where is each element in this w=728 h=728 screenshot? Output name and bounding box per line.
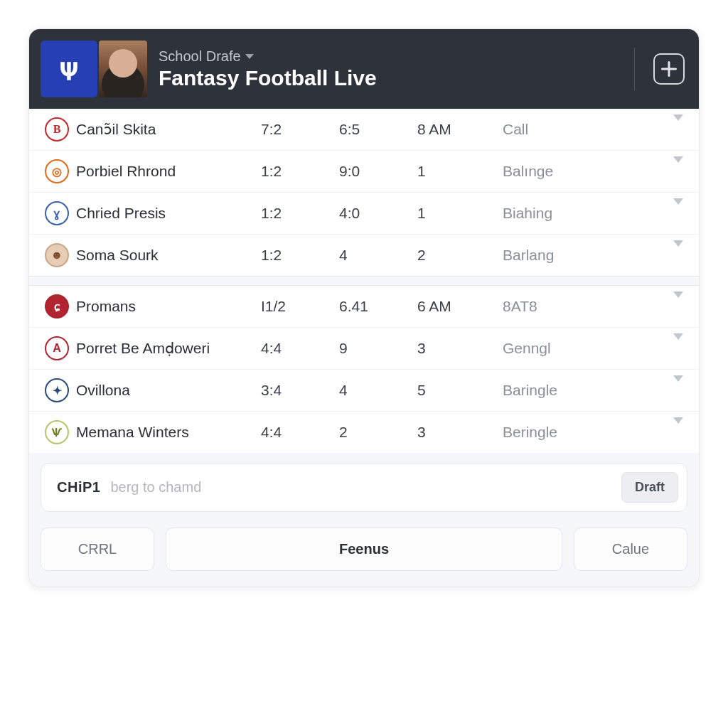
expand-row[interactable] [673, 424, 683, 441]
header-titles: School Drafe Fantasy Football Live [159, 48, 623, 90]
row-name: Chried Presis [76, 205, 261, 222]
row-col-2: 1:2 [261, 247, 339, 264]
team-badge: B [45, 117, 69, 141]
row-col-3: 6:5 [339, 121, 417, 138]
team-badge: ɣ [45, 201, 69, 225]
row-name: Porbiel Rhrond [76, 163, 261, 180]
row-status: Baringle [503, 382, 655, 399]
row-status: Balınge [503, 163, 655, 180]
row-col-4: 3 [417, 424, 503, 441]
row-status: Biahing [503, 205, 655, 222]
row-col-2: 4:4 [261, 340, 339, 357]
row-col-4: 8 AM [417, 121, 503, 138]
row-name: Promans [76, 298, 261, 315]
row-name: Ovillona [76, 382, 261, 399]
row-col-3: 9:0 [339, 163, 417, 180]
draft-button[interactable]: Draft [621, 472, 678, 503]
expand-row[interactable] [673, 298, 683, 315]
row-col-2: 4:4 [261, 424, 339, 441]
chevron-down-icon [673, 114, 683, 137]
header-title: Fantasy Football Live [159, 66, 623, 90]
footer-button-right[interactable]: Calue [574, 528, 687, 571]
chevron-down-icon [245, 54, 254, 59]
expand-row[interactable] [673, 382, 683, 399]
add-button[interactable] [653, 53, 685, 85]
chevron-down-icon [673, 375, 683, 398]
row-name: Memana Winters [76, 424, 261, 441]
command-input-row[interactable]: CHiP1 berg to chamd Draft [41, 463, 687, 512]
row-status: Genngl [503, 340, 655, 357]
chevron-down-icon [673, 156, 683, 179]
team-badge: ☻ [45, 243, 69, 267]
expand-row[interactable] [673, 205, 683, 222]
row-col-3: 6.41 [339, 298, 417, 315]
table-row[interactable]: ☻ Soma Sourk 1:2 4 2 Barlang [29, 235, 699, 276]
chevron-down-icon [673, 198, 683, 221]
header-subtitle: School Drafe [159, 48, 241, 65]
row-col-2: 7:2 [261, 121, 339, 138]
row-col-3: 9 [339, 340, 417, 357]
table-row[interactable]: ɕ Promans I1/2 6.41 6 AM 8AT8 [29, 286, 699, 328]
row-col-2: 1:2 [261, 163, 339, 180]
row-col-4: 5 [417, 382, 503, 399]
footer-button-center[interactable]: Feenus [166, 528, 562, 571]
table-row[interactable]: ɣ Chried Presis 1:2 4:0 1 Biahing [29, 193, 699, 235]
footer-buttons: CRRL Feenus Calue [41, 528, 687, 571]
main-card: ᴪ School Drafe Fantasy Football Live B C… [28, 28, 700, 587]
header-bar: ᴪ School Drafe Fantasy Football Live [29, 29, 699, 109]
table-row[interactable]: B Canɔ̃il Skita 7:2 6:5 8 AM Call [29, 109, 699, 151]
header-subtitle-row[interactable]: School Drafe [159, 48, 623, 65]
row-col-2: 1:2 [261, 205, 339, 222]
chevron-down-icon [673, 333, 683, 356]
chevron-down-icon [673, 240, 683, 263]
team-badge: Ѱ [45, 420, 69, 444]
row-col-4: 2 [417, 247, 503, 264]
expand-row[interactable] [673, 121, 683, 138]
team-badge: A [45, 336, 69, 360]
list-group-1: B Canɔ̃il Skita 7:2 6:5 8 AM Call ◎ Porb… [29, 109, 699, 276]
row-status: Beringle [503, 424, 655, 441]
team-badge: ◎ [45, 159, 69, 183]
list-group-2: ɕ Promans I1/2 6.41 6 AM 8AT8 A Porret B… [29, 286, 699, 453]
expand-row[interactable] [673, 247, 683, 264]
row-col-4: 1 [417, 205, 503, 222]
team-logo-letter: ᴪ [60, 50, 78, 87]
chevron-down-icon [673, 291, 683, 314]
input-prefix: CHiP1 [57, 479, 100, 496]
header-logo-group: ᴪ [41, 41, 147, 97]
avatar[interactable] [99, 41, 147, 97]
row-status: Call [503, 121, 655, 138]
row-status: 8AT8 [503, 298, 655, 315]
team-badge: ɕ [45, 294, 69, 318]
row-col-3: 2 [339, 424, 417, 441]
table-row[interactable]: ◎ Porbiel Rhrond 1:2 9:0 1 Balınge [29, 151, 699, 193]
plus-icon [661, 61, 677, 77]
row-name: Porret Be Amḍoweri [76, 340, 261, 357]
row-col-3: 4 [339, 382, 417, 399]
expand-row[interactable] [673, 163, 683, 180]
footer-block: CHiP1 berg to chamd Draft CRRL Feenus Ca… [29, 453, 699, 587]
row-name: Canɔ̃il Skita [76, 121, 261, 138]
table-row[interactable]: A Porret Be Amḍoweri 4:4 9 3 Genngl [29, 328, 699, 370]
team-logo[interactable]: ᴪ [41, 41, 97, 97]
table-row[interactable]: ✦ Ovillona 3:4 4 5 Baringle [29, 370, 699, 412]
row-status: Barlang [503, 247, 655, 264]
row-col-3: 4 [339, 247, 417, 264]
row-name: Soma Sourk [76, 247, 261, 264]
footer-button-left[interactable]: CRRL [41, 528, 154, 571]
group-separator [29, 276, 699, 286]
team-badge: ✦ [45, 378, 69, 402]
table-row[interactable]: Ѱ Memana Winters 4:4 2 3 Beringle [29, 412, 699, 453]
row-col-4: 1 [417, 163, 503, 180]
header-divider [634, 48, 635, 90]
command-input-placeholder: berg to chamd [110, 479, 611, 496]
row-col-2: 3:4 [261, 382, 339, 399]
row-col-2: I1/2 [261, 298, 339, 315]
row-col-4: 6 AM [417, 298, 503, 315]
expand-row[interactable] [673, 340, 683, 357]
row-col-4: 3 [417, 340, 503, 357]
chevron-down-icon [673, 417, 683, 440]
row-col-3: 4:0 [339, 205, 417, 222]
